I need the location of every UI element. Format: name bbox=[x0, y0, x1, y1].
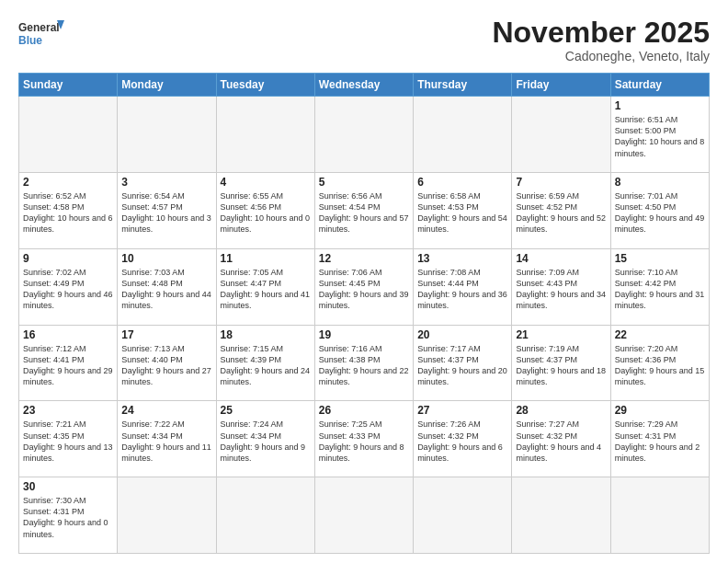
header-thursday: Thursday bbox=[414, 74, 512, 97]
day-number: 26 bbox=[319, 404, 409, 417]
day-number: 12 bbox=[319, 252, 409, 265]
calendar-day-cell: 9Sunrise: 7:02 AM Sunset: 4:49 PM Daylig… bbox=[19, 248, 118, 325]
day-number: 25 bbox=[221, 404, 311, 417]
calendar-day-cell: 11Sunrise: 7:05 AM Sunset: 4:47 PM Dayli… bbox=[216, 248, 314, 325]
day-info: Sunrise: 7:02 AM Sunset: 4:49 PM Dayligh… bbox=[23, 267, 113, 312]
month-title: November 2025 bbox=[492, 17, 710, 49]
day-number: 14 bbox=[516, 252, 606, 265]
calendar-week-row: 9Sunrise: 7:02 AM Sunset: 4:49 PM Daylig… bbox=[19, 248, 710, 325]
day-info: Sunrise: 7:19 AM Sunset: 4:37 PM Dayligh… bbox=[516, 343, 606, 388]
day-number: 17 bbox=[121, 328, 211, 341]
day-info: Sunrise: 6:59 AM Sunset: 4:52 PM Dayligh… bbox=[516, 190, 606, 236]
calendar-day-cell bbox=[19, 97, 118, 173]
calendar-day-cell bbox=[118, 477, 216, 554]
day-number: 22 bbox=[615, 328, 705, 341]
day-info: Sunrise: 7:03 AM Sunset: 4:48 PM Dayligh… bbox=[121, 267, 211, 312]
calendar-day-cell bbox=[216, 477, 314, 554]
calendar-day-cell bbox=[414, 477, 512, 554]
header: General Blue November 2025 Cadoneghe, Ve… bbox=[18, 17, 710, 63]
day-info: Sunrise: 7:10 AM Sunset: 4:42 PM Dayligh… bbox=[615, 267, 705, 312]
calendar-day-cell bbox=[216, 97, 314, 173]
calendar-day-cell: 17Sunrise: 7:13 AM Sunset: 4:40 PM Dayli… bbox=[118, 325, 216, 401]
day-info: Sunrise: 7:13 AM Sunset: 4:40 PM Dayligh… bbox=[121, 343, 211, 388]
location: Cadoneghe, Veneto, Italy bbox=[492, 49, 710, 63]
day-info: Sunrise: 7:08 AM Sunset: 4:44 PM Dayligh… bbox=[417, 267, 507, 312]
header-friday: Friday bbox=[512, 74, 610, 97]
calendar-week-row: 16Sunrise: 7:12 AM Sunset: 4:41 PM Dayli… bbox=[19, 325, 710, 401]
day-info: Sunrise: 7:29 AM Sunset: 4:31 PM Dayligh… bbox=[615, 419, 705, 464]
calendar-day-cell bbox=[610, 477, 709, 554]
day-number: 5 bbox=[319, 176, 409, 189]
day-number: 8 bbox=[615, 176, 705, 189]
calendar-day-cell: 25Sunrise: 7:24 AM Sunset: 4:34 PM Dayli… bbox=[216, 401, 314, 477]
day-info: Sunrise: 7:21 AM Sunset: 4:35 PM Dayligh… bbox=[23, 419, 113, 464]
calendar-day-cell: 19Sunrise: 7:16 AM Sunset: 4:38 PM Dayli… bbox=[314, 325, 413, 401]
calendar-day-cell: 20Sunrise: 7:17 AM Sunset: 4:37 PM Dayli… bbox=[414, 325, 512, 401]
day-number: 4 bbox=[221, 176, 311, 189]
calendar-day-cell: 5Sunrise: 6:56 AM Sunset: 4:54 PM Daylig… bbox=[314, 172, 413, 248]
day-number: 13 bbox=[417, 252, 507, 265]
calendar-day-cell: 2Sunrise: 6:52 AM Sunset: 4:58 PM Daylig… bbox=[19, 172, 118, 248]
calendar-day-cell bbox=[314, 477, 413, 554]
day-info: Sunrise: 6:56 AM Sunset: 4:54 PM Dayligh… bbox=[319, 190, 409, 236]
day-info: Sunrise: 7:20 AM Sunset: 4:36 PM Dayligh… bbox=[615, 343, 705, 388]
weekday-header-row: Sunday Monday Tuesday Wednesday Thursday… bbox=[19, 74, 710, 97]
calendar-day-cell: 8Sunrise: 7:01 AM Sunset: 4:50 PM Daylig… bbox=[610, 172, 709, 248]
day-info: Sunrise: 6:54 AM Sunset: 4:57 PM Dayligh… bbox=[121, 190, 211, 236]
calendar-day-cell: 12Sunrise: 7:06 AM Sunset: 4:45 PM Dayli… bbox=[314, 248, 413, 325]
calendar-day-cell: 30Sunrise: 7:30 AM Sunset: 4:31 PM Dayli… bbox=[19, 477, 118, 554]
title-block: November 2025 Cadoneghe, Veneto, Italy bbox=[492, 17, 710, 63]
calendar-day-cell bbox=[314, 97, 413, 173]
day-info: Sunrise: 7:09 AM Sunset: 4:43 PM Dayligh… bbox=[516, 267, 606, 312]
day-number: 7 bbox=[516, 176, 606, 189]
day-info: Sunrise: 7:26 AM Sunset: 4:32 PM Dayligh… bbox=[417, 419, 507, 464]
calendar-day-cell: 13Sunrise: 7:08 AM Sunset: 4:44 PM Dayli… bbox=[414, 248, 512, 325]
calendar-day-cell: 23Sunrise: 7:21 AM Sunset: 4:35 PM Dayli… bbox=[19, 401, 118, 477]
svg-text:General: General bbox=[18, 21, 60, 34]
day-number: 6 bbox=[417, 176, 507, 189]
day-number: 18 bbox=[221, 328, 311, 341]
calendar-day-cell: 26Sunrise: 7:25 AM Sunset: 4:33 PM Dayli… bbox=[314, 401, 413, 477]
calendar-day-cell: 22Sunrise: 7:20 AM Sunset: 4:36 PM Dayli… bbox=[610, 325, 709, 401]
day-number: 20 bbox=[417, 328, 507, 341]
day-info: Sunrise: 7:12 AM Sunset: 4:41 PM Dayligh… bbox=[23, 343, 113, 388]
calendar-day-cell: 18Sunrise: 7:15 AM Sunset: 4:39 PM Dayli… bbox=[216, 325, 314, 401]
day-info: Sunrise: 7:30 AM Sunset: 4:31 PM Dayligh… bbox=[23, 495, 113, 540]
day-info: Sunrise: 7:01 AM Sunset: 4:50 PM Dayligh… bbox=[615, 190, 705, 236]
header-wednesday: Wednesday bbox=[314, 74, 413, 97]
calendar-week-row: 30Sunrise: 7:30 AM Sunset: 4:31 PM Dayli… bbox=[19, 477, 710, 554]
day-info: Sunrise: 7:27 AM Sunset: 4:32 PM Dayligh… bbox=[516, 419, 606, 464]
day-info: Sunrise: 7:25 AM Sunset: 4:33 PM Dayligh… bbox=[319, 419, 409, 464]
calendar-day-cell: 21Sunrise: 7:19 AM Sunset: 4:37 PM Dayli… bbox=[512, 325, 610, 401]
calendar-day-cell: 29Sunrise: 7:29 AM Sunset: 4:31 PM Dayli… bbox=[610, 401, 709, 477]
day-info: Sunrise: 7:05 AM Sunset: 4:47 PM Dayligh… bbox=[221, 267, 311, 312]
header-monday: Monday bbox=[118, 74, 216, 97]
day-info: Sunrise: 7:16 AM Sunset: 4:38 PM Dayligh… bbox=[319, 343, 409, 388]
day-info: Sunrise: 7:24 AM Sunset: 4:34 PM Dayligh… bbox=[221, 419, 311, 464]
day-number: 24 bbox=[121, 404, 211, 417]
page: General Blue November 2025 Cadoneghe, Ve… bbox=[0, 0, 728, 563]
day-number: 11 bbox=[221, 252, 311, 265]
day-number: 21 bbox=[516, 328, 606, 341]
generalblue-logo-icon: General Blue bbox=[18, 17, 64, 52]
day-number: 2 bbox=[23, 176, 113, 189]
calendar-table: Sunday Monday Tuesday Wednesday Thursday… bbox=[18, 73, 710, 554]
calendar-week-row: 2Sunrise: 6:52 AM Sunset: 4:58 PM Daylig… bbox=[19, 172, 710, 248]
day-info: Sunrise: 7:17 AM Sunset: 4:37 PM Dayligh… bbox=[417, 343, 507, 388]
day-number: 10 bbox=[121, 252, 211, 265]
day-number: 28 bbox=[516, 404, 606, 417]
logo: General Blue bbox=[18, 17, 64, 52]
header-saturday: Saturday bbox=[610, 74, 709, 97]
calendar-day-cell: 24Sunrise: 7:22 AM Sunset: 4:34 PM Dayli… bbox=[118, 401, 216, 477]
day-info: Sunrise: 6:52 AM Sunset: 4:58 PM Dayligh… bbox=[23, 190, 113, 236]
calendar-day-cell bbox=[512, 97, 610, 173]
day-number: 16 bbox=[23, 328, 113, 341]
calendar-day-cell: 1Sunrise: 6:51 AM Sunset: 5:00 PM Daylig… bbox=[610, 97, 709, 173]
day-number: 30 bbox=[23, 480, 113, 493]
calendar-week-row: 1Sunrise: 6:51 AM Sunset: 5:00 PM Daylig… bbox=[19, 97, 710, 173]
calendar-day-cell: 3Sunrise: 6:54 AM Sunset: 4:57 PM Daylig… bbox=[118, 172, 216, 248]
calendar-day-cell: 28Sunrise: 7:27 AM Sunset: 4:32 PM Dayli… bbox=[512, 401, 610, 477]
day-number: 9 bbox=[23, 252, 113, 265]
header-tuesday: Tuesday bbox=[216, 74, 314, 97]
svg-text:Blue: Blue bbox=[18, 34, 42, 47]
